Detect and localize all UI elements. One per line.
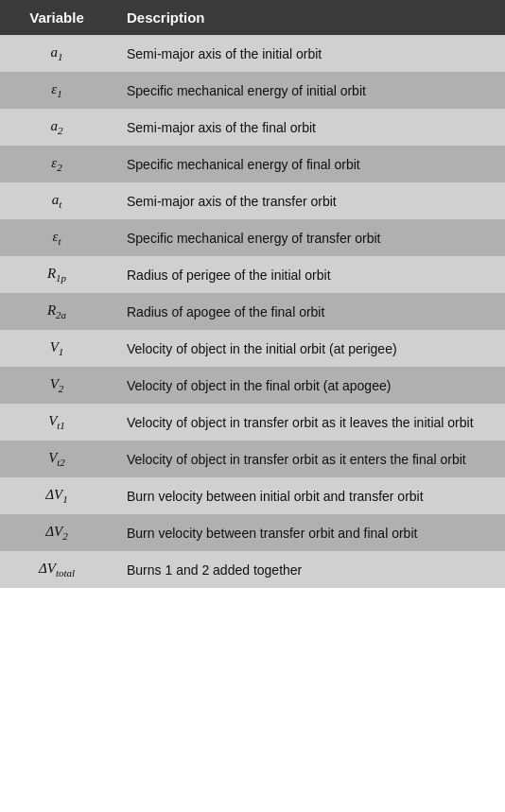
description-cell-at: Semi-major axis of the transfer orbit: [113, 182, 505, 219]
variable-cell-DeltaV2: ΔV2: [0, 514, 113, 551]
description-cell-DeltaV1: Burn velocity between initial orbit and …: [113, 477, 505, 514]
description-cell-Vt2: Velocity of object in transfer orbit as …: [113, 441, 505, 477]
variable-cell-DeltaVtotal: ΔVtotal: [0, 551, 113, 588]
table-row: εtSpecific mechanical energy of transfer…: [0, 219, 505, 256]
variable-cell-V2: V2: [0, 367, 113, 404]
table-row: a2Semi-major axis of the final orbit: [0, 109, 505, 146]
table-row: V1Velocity of object in the initial orbi…: [0, 330, 505, 367]
table-row: ΔVtotalBurns 1 and 2 added together: [0, 551, 505, 588]
description-cell-V2: Velocity of object in the final orbit (a…: [113, 367, 505, 404]
description-cell-R1p: Radius of perigee of the initial orbit: [113, 256, 505, 293]
description-cell-epsilont: Specific mechanical energy of transfer o…: [113, 219, 505, 256]
table-row: ΔV1Burn velocity between initial orbit a…: [0, 477, 505, 514]
header-description: Description: [113, 0, 505, 35]
description-cell-epsilon1: Specific mechanical energy of initial or…: [113, 72, 505, 109]
table-row: Vt2Velocity of object in transfer orbit …: [0, 441, 505, 477]
variable-cell-epsilont: εt: [0, 219, 113, 256]
variable-cell-a2: a2: [0, 109, 113, 146]
table-row: R1pRadius of perigee of the initial orbi…: [0, 256, 505, 293]
variable-cell-a1: a1: [0, 35, 113, 72]
table-row: Vt1Velocity of object in transfer orbit …: [0, 404, 505, 441]
variable-cell-epsilon1: ε1: [0, 72, 113, 109]
table-row: ε2Specific mechanical energy of final or…: [0, 146, 505, 182]
variables-table: Variable Description a1Semi-major axis o…: [0, 0, 505, 588]
table-row: ΔV2Burn velocity between transfer orbit …: [0, 514, 505, 551]
variable-cell-R1p: R1p: [0, 256, 113, 293]
table-row: V2Velocity of object in the final orbit …: [0, 367, 505, 404]
table-row: a1Semi-major axis of the initial orbit: [0, 35, 505, 72]
variable-cell-V1: V1: [0, 330, 113, 367]
variable-cell-R2a: R2a: [0, 293, 113, 330]
description-cell-DeltaV2: Burn velocity between transfer orbit and…: [113, 514, 505, 551]
description-cell-V1: Velocity of object in the initial orbit …: [113, 330, 505, 367]
table-header-row: Variable Description: [0, 0, 505, 35]
variable-cell-epsilon2: ε2: [0, 146, 113, 182]
table-row: atSemi-major axis of the transfer orbit: [0, 182, 505, 219]
variable-cell-Vt2: Vt2: [0, 441, 113, 477]
description-cell-R2a: Radius of apogee of the final orbit: [113, 293, 505, 330]
description-cell-epsilon2: Specific mechanical energy of final orbi…: [113, 146, 505, 182]
header-variable: Variable: [0, 0, 113, 35]
table-row: R2aRadius of apogee of the final orbit: [0, 293, 505, 330]
description-cell-a1: Semi-major axis of the initial orbit: [113, 35, 505, 72]
description-cell-a2: Semi-major axis of the final orbit: [113, 109, 505, 146]
table-row: ε1Specific mechanical energy of initial …: [0, 72, 505, 109]
variable-cell-at: at: [0, 182, 113, 219]
description-cell-DeltaVtotal: Burns 1 and 2 added together: [113, 551, 505, 588]
variable-cell-Vt1: Vt1: [0, 404, 113, 441]
variable-cell-DeltaV1: ΔV1: [0, 477, 113, 514]
description-cell-Vt1: Velocity of object in transfer orbit as …: [113, 404, 505, 441]
